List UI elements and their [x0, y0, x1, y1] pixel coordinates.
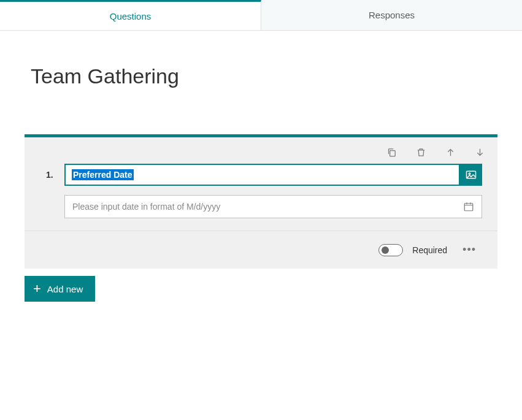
add-new-button[interactable]: + Add new	[25, 276, 95, 302]
question-toolbar	[25, 137, 497, 164]
tab-responses-label: Responses	[369, 10, 415, 20]
insert-image-button[interactable]	[460, 164, 482, 186]
plus-icon: +	[33, 281, 41, 297]
arrow-up-icon[interactable]	[445, 147, 456, 158]
more-options-icon[interactable]: •••	[456, 243, 482, 256]
svg-rect-3	[464, 204, 473, 211]
tab-responses[interactable]: Responses	[261, 0, 522, 30]
question-title-text: Preferred Date	[72, 169, 134, 180]
tab-questions-label: Questions	[110, 11, 152, 21]
calendar-icon	[463, 201, 474, 212]
required-toggle[interactable]	[378, 244, 403, 256]
arrow-down-icon[interactable]	[474, 147, 485, 158]
question-title-input[interactable]: Preferred Date	[64, 164, 460, 186]
required-label: Required	[412, 245, 447, 255]
question-card: 1. Preferred Date Ple	[25, 134, 497, 269]
copy-icon[interactable]	[386, 147, 397, 158]
toggle-knob	[382, 246, 389, 254]
image-icon	[465, 169, 477, 181]
svg-point-2	[469, 173, 470, 175]
date-placeholder: Please input date in format of M/d/yyyy	[72, 202, 220, 212]
svg-rect-0	[390, 150, 395, 156]
date-answer-field: Please input date in format of M/d/yyyy	[64, 195, 482, 218]
form-title[interactable]: Team Gathering	[25, 64, 497, 88]
add-new-label: Add new	[47, 284, 83, 294]
trash-icon[interactable]	[415, 147, 426, 158]
tab-questions[interactable]: Questions	[0, 0, 261, 30]
question-number: 1.	[46, 170, 58, 180]
